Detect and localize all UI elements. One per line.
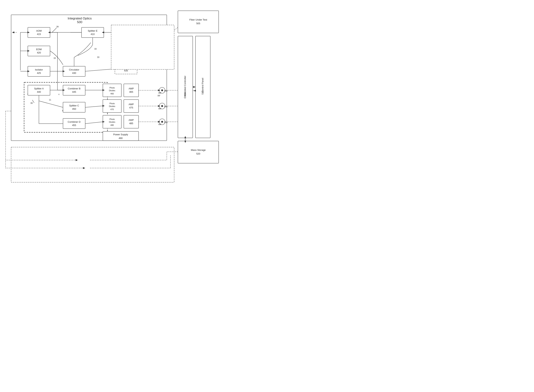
photo-diodes-480-label2: Diodes (109, 121, 115, 123)
splitter-e-label: Splitter E (88, 29, 98, 32)
combiner-d-label: Combiner D (68, 121, 81, 123)
splitter-e-number: 410 (91, 33, 95, 36)
embedded-controller-number: 510 (184, 92, 186, 96)
photo-diodes-460-label: Photo (110, 87, 115, 89)
svg-rect-1 (178, 11, 219, 33)
label-550: 550 (164, 121, 167, 123)
amp-465-number: 465 (129, 90, 133, 93)
label-545: 545 (164, 106, 167, 108)
label-11: 11 (49, 99, 51, 101)
splitter-a-number: 440 (37, 90, 41, 93)
photo-diodes-470-number: 470 (110, 108, 114, 111)
svg-rect-22 (124, 115, 138, 128)
splitter-c-label: Splitter C (69, 104, 79, 107)
label-x1: x (58, 93, 59, 95)
fiber-under-test-label: Fiber Under Test (189, 18, 207, 21)
photo-diodes-460-number: 460 (110, 93, 114, 95)
target-550-inner (161, 121, 163, 123)
label-33-3: 33 (53, 57, 56, 59)
target-545-inner (161, 105, 163, 107)
target-540-inner (161, 89, 163, 91)
svg-rect-7 (28, 27, 50, 37)
isolator-number: 425 (37, 72, 41, 75)
svg-rect-20 (124, 100, 138, 112)
diagram-container: Integrated Optics 500 Fiber Under Test 5… (0, 0, 267, 196)
svg-rect-35 (11, 147, 174, 182)
label-33-2: 33 (97, 56, 99, 58)
svg-marker-81 (194, 90, 196, 92)
mass-storage-label: Mass Storage (191, 149, 206, 151)
label-39-top: 39 (56, 26, 58, 28)
amp-485-number: 485 (129, 122, 133, 125)
amp-485-label: AMP (129, 119, 134, 121)
svg-rect-8 (28, 46, 50, 56)
power-supply-number: 490 (119, 137, 123, 140)
eom-label: EOM (36, 48, 42, 51)
rf-label: RF (158, 95, 160, 97)
coupler-number: 435 (124, 69, 128, 72)
label-39-mid: 39 (30, 102, 33, 104)
svg-rect-13 (28, 85, 50, 95)
svg-rect-6 (81, 27, 104, 37)
fiber-under-test-number: 505 (196, 22, 200, 25)
combiner-d-number: 455 (72, 124, 76, 127)
splitter-a-label: Splitter A (34, 87, 44, 90)
svg-rect-10 (63, 66, 85, 76)
photo-diodes-460-label2: Diodes (109, 89, 115, 92)
svg-rect-4 (178, 141, 219, 163)
photo-diodes-470-label: Photo (110, 102, 115, 105)
svg-rect-14 (63, 85, 85, 95)
svg-rect-18 (124, 84, 138, 97)
control-panel-label: Control Panel (201, 78, 204, 93)
isolator-label: Isolator (35, 68, 43, 71)
amp-475-label: AMP (129, 103, 134, 106)
label-540: 540 (164, 90, 167, 92)
aom-number: 415 (37, 33, 41, 36)
svg-rect-15 (63, 102, 85, 112)
svg-rect-56 (111, 25, 174, 69)
combiner-b-label: Combiner B (68, 87, 81, 90)
label-33-1: 33 (94, 48, 96, 50)
circulator-label: Circulator (69, 68, 79, 71)
combiner-b-number: 445 (72, 90, 76, 93)
control-panel-number: 515 (201, 90, 204, 95)
svg-rect-16 (63, 118, 85, 129)
integrated-optics-number: 500 (77, 20, 82, 24)
splitter-c-number: 450 (72, 107, 76, 110)
svg-rect-9 (28, 66, 50, 76)
circulator-number: 430 (72, 72, 76, 75)
photo-diodes-470-label2: Diodes (109, 105, 115, 107)
photo-diodes-480-number: 480 (110, 124, 114, 126)
amp-465-label: AMP (129, 87, 134, 90)
eom-number: 420 (37, 51, 41, 54)
label-x2: x (62, 109, 63, 112)
aom-label: AOM (36, 29, 42, 32)
power-supply-label: Power Supply (113, 133, 128, 136)
photo-diodes-480-label: Photo (110, 118, 115, 120)
svg-marker-79 (193, 86, 195, 88)
integrated-optics-title: Integrated Optics (68, 17, 91, 20)
mass-storage-number: 520 (196, 152, 200, 155)
amp-475-number: 475 (129, 106, 133, 109)
